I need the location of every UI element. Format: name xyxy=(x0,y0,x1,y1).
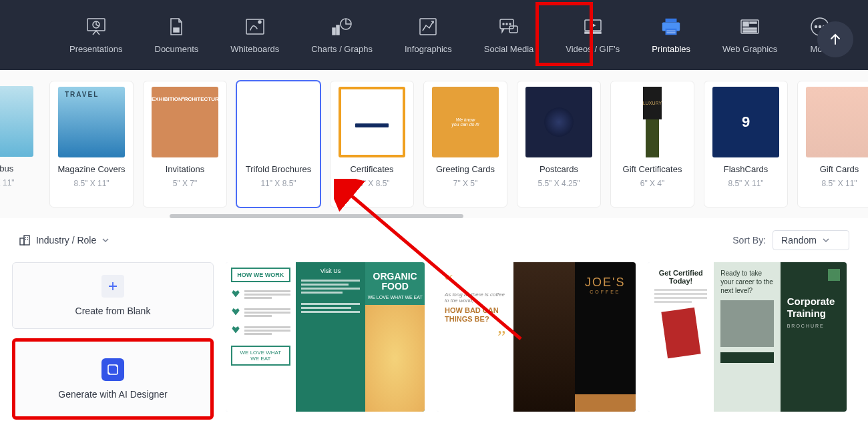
industry-role-dropdown[interactable]: Industry / Role xyxy=(19,234,110,246)
subcategory-card[interactable]: Gift Cards 8.5" X 11" xyxy=(797,81,868,207)
svg-rect-18 xyxy=(666,29,677,35)
svg-point-11 xyxy=(506,23,507,25)
presentation-icon xyxy=(85,16,107,37)
subcategory-thumb xyxy=(0,86,33,157)
industry-label: Industry / Role xyxy=(36,235,96,246)
subcategory-dim: 8.5" X 11" xyxy=(728,179,763,188)
subcategory-card[interactable]: LUXURY Gift Certificates 6" X 4" xyxy=(610,81,694,207)
nav-label: Presentations xyxy=(69,44,123,54)
svg-rect-16 xyxy=(666,19,677,23)
nav-label: Documents xyxy=(155,44,199,54)
svg-rect-6 xyxy=(333,28,335,35)
tpl-text: Visit Us xyxy=(301,268,361,274)
tpl-text: WE LOVE WHAT WE EAT xyxy=(231,346,290,366)
svg-rect-15 xyxy=(585,32,601,33)
subcategory-card[interactable]: Invitations 5" X 7" xyxy=(143,81,227,207)
tpl-text: HOW BAD CAN THINGS BE? xyxy=(445,306,505,324)
video-icon xyxy=(582,16,604,37)
document-icon xyxy=(166,16,187,37)
tpl-text: As long as there is coffee in the world, xyxy=(445,292,505,304)
svg-rect-20 xyxy=(667,32,676,33)
tpl-text: Ready to take your career to the next le… xyxy=(720,269,773,295)
nav-charts[interactable]: Charts / Graphs xyxy=(308,11,375,59)
template-card[interactable]: “ As long as there is coffee in the worl… xyxy=(437,262,636,412)
plus-icon xyxy=(101,275,124,298)
chevron-down-icon xyxy=(101,236,110,244)
subcategory-thumb: 9 xyxy=(712,87,779,157)
tpl-text: Corporate Training xyxy=(787,296,840,320)
nav-presentations[interactable]: Presentations xyxy=(67,11,126,59)
arrow-up-icon xyxy=(829,33,842,46)
subcategory-dim: 8.5" X 11" xyxy=(73,179,109,188)
subcategory-title: Invitations xyxy=(166,164,205,175)
subcategory-card[interactable]: yllabus 5" X 11" xyxy=(0,81,40,207)
subcategory-dim: 5" X 7" xyxy=(173,179,198,188)
nav-videos[interactable]: Videos / GIF's xyxy=(563,11,622,59)
building-icon xyxy=(19,234,31,246)
nav-label: Whiteboards xyxy=(230,44,279,54)
nav-infographics[interactable]: Infographics xyxy=(402,11,455,59)
subcategory-card[interactable]: 9 FlashCards 8.5" X 11" xyxy=(704,81,788,207)
template-card[interactable]: Get Certified Today! Ready to take your … xyxy=(648,262,847,412)
scroll-top-button[interactable] xyxy=(817,21,853,57)
chart-icon xyxy=(331,16,353,37)
subcategory-card[interactable]: Magazine Covers 8.5" X 11" xyxy=(49,81,134,207)
nav-whiteboards[interactable]: Whiteboards xyxy=(228,11,282,59)
subcategory-dim: 7" X 5" xyxy=(453,179,478,188)
tpl-text: WE LOVE WHAT WE EAT xyxy=(365,295,425,300)
svg-point-12 xyxy=(509,23,511,25)
nav-label: Videos / GIF's xyxy=(566,44,620,54)
subcategory-thumb: LUXURY xyxy=(619,87,686,157)
ai-designer-card[interactable]: Generate with AI Designer xyxy=(12,338,214,420)
subcategory-thumb: We knowyou can do it! xyxy=(432,87,499,157)
tpl-text: Get Certified Today! xyxy=(654,269,707,285)
nav-printables[interactable]: Printables xyxy=(649,11,693,59)
subcategory-card-selected[interactable]: Trifold Brochures 11" X 8.5" xyxy=(236,81,320,207)
tpl-text: BROCHURE xyxy=(787,324,840,328)
svg-rect-22 xyxy=(743,22,748,26)
subcategory-thumb xyxy=(339,87,405,157)
svg-rect-23 xyxy=(750,22,756,23)
svg-rect-32 xyxy=(24,236,29,245)
nav-social[interactable]: Social Media xyxy=(481,11,536,59)
nav-label: Social Media xyxy=(484,44,533,54)
svg-point-10 xyxy=(503,23,504,25)
subcategory-dim: 5" X 11" xyxy=(0,178,15,187)
sort-label: Sort By: xyxy=(732,235,766,246)
sort-dropdown[interactable]: Random xyxy=(773,230,849,250)
subcategory-card[interactable]: Certificates 11" X 8.5" xyxy=(330,81,414,207)
nav-documents[interactable]: Documents xyxy=(152,11,202,59)
chevron-down-icon xyxy=(822,236,830,244)
subcategory-dim: 11" X 8.5" xyxy=(260,179,296,188)
tpl-text: HOW WE WORK xyxy=(231,268,290,282)
subcategory-dim: 6" X 4" xyxy=(640,179,665,188)
subcategory-card[interactable]: Postcards 5.5" X 4.25" xyxy=(517,81,601,207)
webgraphic-icon xyxy=(739,16,761,37)
template-card[interactable]: HOW WE WORK WE LOVE WHAT WE EAT Visit Us… xyxy=(226,262,425,412)
svg-point-4 xyxy=(258,21,261,23)
tpl-text: COFFEE xyxy=(575,290,636,294)
top-navigation: Presentations Documents Whiteboards Char… xyxy=(0,0,868,70)
nav-label: Printables xyxy=(652,44,690,54)
subcategory-title: Trifold Brochures xyxy=(246,164,312,175)
tpl-text: ORGANIC FOOD xyxy=(365,262,425,295)
svg-rect-19 xyxy=(667,31,676,31)
svg-point-27 xyxy=(815,26,817,28)
subcategory-title: FlashCards xyxy=(724,164,768,175)
tpl-text: JOE'S xyxy=(585,276,625,289)
subcategory-card[interactable]: We knowyou can do it! Greeting Cards 7" … xyxy=(423,81,507,207)
subcategory-thumb xyxy=(806,87,868,157)
sort-control: Sort By: Random xyxy=(732,230,849,250)
svg-rect-24 xyxy=(743,28,756,29)
ai-designer-label: Generate with AI Designer xyxy=(58,389,167,400)
svg-rect-2 xyxy=(174,28,179,32)
nav-webgraphics[interactable]: Web Graphics xyxy=(720,11,780,59)
subcategory-strip[interactable]: yllabus 5" X 11" Magazine Covers 8.5" X … xyxy=(0,70,868,218)
subcategory-dim: 8.5" X 11" xyxy=(821,179,857,188)
subcategory-thumb xyxy=(152,87,218,157)
create-blank-card[interactable]: Create from Blank xyxy=(12,262,214,329)
whiteboard-icon xyxy=(244,16,266,37)
printer-icon xyxy=(660,16,682,37)
subcategory-title: Gift Certificates xyxy=(623,164,682,175)
svg-rect-31 xyxy=(20,238,24,245)
